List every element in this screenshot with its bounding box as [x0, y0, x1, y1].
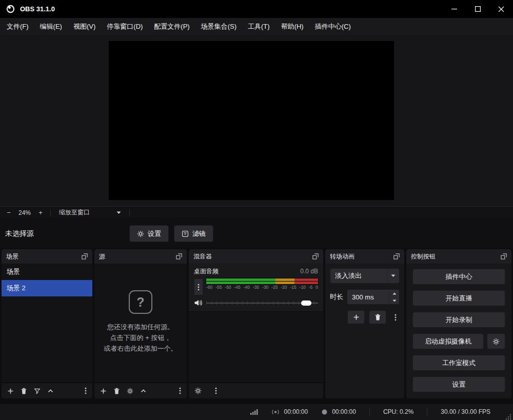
source-properties-toolbar-button[interactable]: 设置 [129, 225, 169, 242]
meter-scale: -60-55-50-45-40-35-30-25-20-15-10-50 [206, 285, 318, 290]
filter-icon [182, 230, 189, 237]
menu-item-file[interactable]: 文件(F) [1, 18, 34, 35]
mixer-channel-desktop-audio: 桌面音频 0.0 dB [189, 264, 323, 312]
scenes-dock-title: 场景 [6, 252, 18, 261]
channel-menu-button[interactable] [194, 278, 203, 295]
duration-label: 时长 [330, 292, 343, 302]
zoom-level: 24% [14, 209, 35, 216]
scenes-more-button[interactable] [85, 387, 87, 394]
scene-item[interactable]: 场景 [2, 264, 92, 280]
virtual-camera-settings-button[interactable] [487, 333, 505, 349]
scenes-dock: 场景 场景 场景 2 [2, 249, 92, 398]
empty-state-line: 或者右击此处添加一个。 [104, 343, 177, 354]
transition-select[interactable]: 淡入淡出 [330, 268, 400, 284]
transitions-dock-title: 转场动画 [330, 252, 354, 261]
controls-body: 插件中心 开始直播 开始录制 启动虚拟摄像机 工作室模式 设置 [406, 264, 511, 398]
empty-state-line: 点击下面的 + 按钮， [110, 332, 171, 343]
network-signal-icon [250, 409, 258, 415]
add-scene-button[interactable] [7, 388, 14, 394]
start-virtual-camera-button[interactable]: 启动虚拟摄像机 [412, 333, 484, 349]
mixer-dock-header: 混音器 [189, 249, 323, 264]
move-scene-up-button[interactable] [47, 388, 54, 394]
stream-status-icon [271, 409, 280, 415]
divider [369, 408, 370, 416]
remove-source-button[interactable] [113, 388, 120, 394]
channel-db-value: 0.0 dB [300, 268, 318, 275]
fit-to-window-label: 缩放至窗口 [59, 208, 90, 217]
source-filters-toolbar-button[interactable]: 滤镜 [174, 225, 213, 242]
mute-button[interactable] [194, 299, 203, 307]
settings-button[interactable]: 设置 [412, 376, 505, 392]
scene-list: 场景 场景 2 [2, 264, 92, 383]
fit-to-window-dropdown[interactable]: 缩放至窗口 [55, 208, 125, 217]
volume-slider[interactable] [206, 299, 318, 307]
start-streaming-button[interactable]: 开始直播 [412, 290, 505, 306]
zoom-in-button[interactable]: + [35, 209, 46, 216]
scenes-toolbar [2, 383, 92, 398]
source-list[interactable]: ? 您还没有添加任何源。 点击下面的 + 按钮， 或者右击此处添加一个。 [94, 264, 187, 383]
statusbar: 00:00:00 00:00:00 CPU: 0.2% 30.00 / 30.0… [0, 403, 513, 420]
transitions-dock: 转场动画 淡入淡出 时长 300 ms [325, 249, 404, 398]
transition-menu-button[interactable] [394, 314, 397, 321]
menu-item-help[interactable]: 帮助(H) [275, 18, 309, 35]
close-button[interactable] [489, 0, 513, 18]
menu-item-tools[interactable]: 工具(T) [242, 18, 275, 35]
duration-spinbox[interactable]: 300 ms [347, 289, 400, 305]
divider [427, 408, 427, 416]
advanced-audio-button[interactable] [194, 387, 202, 394]
source-properties-toolbar-label: 设置 [148, 229, 161, 238]
obs-logo-icon [6, 5, 15, 13]
meter-red-segment [294, 282, 318, 284]
sources-more-button[interactable] [179, 387, 181, 394]
remove-transition-button[interactable] [369, 310, 386, 324]
menu-item-edit[interactable]: 编辑(E) [34, 18, 68, 35]
zoom-out-button[interactable]: − [3, 209, 14, 216]
divider [129, 209, 130, 216]
add-source-button[interactable] [100, 388, 107, 394]
move-source-up-button[interactable] [140, 388, 147, 394]
preview-area [0, 35, 513, 206]
meter-yellow-segment [275, 282, 294, 284]
popout-icon[interactable] [312, 253, 319, 259]
meter-green-segment [206, 278, 275, 281]
menu-item-view[interactable]: 视图(V) [68, 18, 101, 35]
mixer-toolbar [189, 383, 323, 398]
transitions-dock-header: 转场动画 [325, 249, 404, 264]
menu-item-plugin-center[interactable]: 插件中心(C) [309, 18, 357, 35]
spin-up-button[interactable] [389, 290, 399, 297]
popout-icon[interactable] [82, 253, 88, 259]
window-title: OBS 31.1.0 [20, 5, 55, 13]
menu-item-profile[interactable]: 配置文件(P) [148, 18, 195, 35]
titlebar: OBS 31.1.0 [0, 0, 513, 18]
volume-meter-right [206, 282, 318, 284]
maximize-button[interactable] [466, 0, 489, 18]
controls-dock-title: 控制按钮 [411, 252, 436, 261]
studio-mode-button[interactable]: 工作室模式 [412, 355, 505, 371]
channel-name: 桌面音频 [194, 267, 219, 276]
minimize-button[interactable] [442, 0, 466, 18]
scene-item-selected[interactable]: 场景 2 [2, 280, 92, 296]
source-properties-button[interactable] [127, 388, 133, 394]
scene-filters-button[interactable] [34, 388, 41, 394]
chevron-down-icon [116, 211, 121, 214]
controls-dock-header: 控制按钮 [406, 249, 511, 264]
popout-icon[interactable] [176, 253, 182, 259]
gear-icon [492, 338, 500, 345]
remove-scene-button[interactable] [21, 388, 27, 394]
sources-toolbar [94, 383, 187, 398]
start-recording-button[interactable]: 开始录制 [412, 312, 505, 328]
slider-handle[interactable] [301, 301, 311, 306]
resize-grip[interactable] [505, 413, 511, 420]
menu-item-scene-collection[interactable]: 场景集合(S) [195, 18, 242, 35]
mixer-more-button[interactable] [215, 387, 217, 394]
cpu-usage: CPU: 0.2% [383, 408, 413, 415]
spin-down-button[interactable] [389, 297, 399, 304]
add-transition-button[interactable] [347, 310, 365, 324]
popout-icon[interactable] [501, 253, 507, 259]
record-time: 00:00:00 [332, 408, 356, 415]
plugin-center-button[interactable]: 插件中心 [412, 269, 505, 285]
popout-icon[interactable] [393, 253, 400, 259]
preview-canvas[interactable] [109, 41, 394, 200]
menu-item-docks[interactable]: 停靠窗口(D) [101, 18, 148, 35]
no-source-label: 未选择源 [5, 219, 34, 248]
